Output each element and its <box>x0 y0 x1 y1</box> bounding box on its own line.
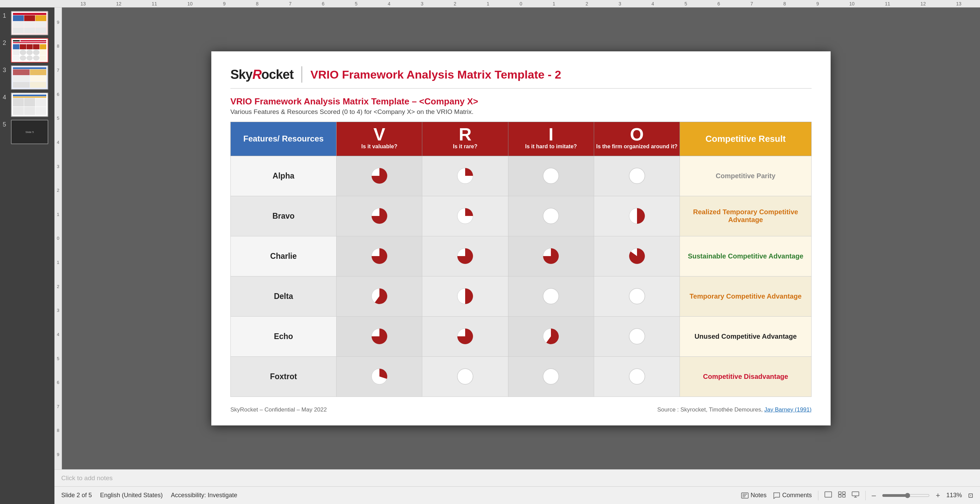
svg-point-14 <box>543 288 559 304</box>
footer-right: Source : Skyrocket, Timothée Demoures, J… <box>657 406 811 413</box>
table-row: Bravo Realized Temporary Competitive Adv… <box>231 196 811 236</box>
svg-point-3 <box>629 168 645 184</box>
r-cell <box>422 196 508 236</box>
v-cell <box>337 357 422 396</box>
v-cell <box>337 156 422 196</box>
svg-point-19 <box>629 328 645 344</box>
ruler-mark: 10 <box>850 1 855 6</box>
r-cell <box>422 357 508 396</box>
th-r: R Is it rare? <box>422 122 508 156</box>
ruler-mark: 9 <box>816 1 819 6</box>
feature-name: Alpha <box>231 156 337 196</box>
slide-subtitle: VRIO Framework Analysis Matrix Template … <box>231 96 811 107</box>
ruler-mark: 10 <box>188 1 193 6</box>
o-cell <box>594 156 679 196</box>
ruler-mark: 7 <box>289 1 292 6</box>
feature-name: Echo <box>231 316 337 357</box>
result-cell: Competitive Parity <box>680 156 811 196</box>
notes-area[interactable]: Click to add notes <box>54 469 980 486</box>
ruler-mark: 13 <box>81 1 86 6</box>
table-row: Echo Unused Competitive Advantage <box>231 316 811 357</box>
ruler-mark: 2 <box>585 1 588 6</box>
thumbnail-5[interactable]: 5 Slide 5 <box>3 120 52 144</box>
th-o: O Is the firm organized around it? <box>594 122 679 156</box>
comments-button[interactable]: Comments <box>773 492 812 499</box>
ruler-mark: 8 <box>783 1 786 6</box>
ruler-mark: 6 <box>322 1 325 6</box>
thumbnail-2[interactable]: 2 <box>3 38 52 63</box>
svg-rect-33 <box>852 492 859 496</box>
ruler-mark: 1 <box>487 1 489 6</box>
view-grid-button[interactable] <box>838 491 846 499</box>
fit-slide-button[interactable]: ⊡ <box>968 492 973 499</box>
footer-link[interactable]: Jay Barney (1991) <box>764 406 811 413</box>
ruler-mark: 12 <box>920 1 926 6</box>
ruler-mark: 5 <box>355 1 358 6</box>
comments-icon <box>773 492 780 499</box>
footer-left: SkyRocket – Confidential – May 2022 <box>231 406 327 413</box>
ruler-mark: 4 <box>388 1 391 6</box>
status-bar: Slide 2 of 5 English (United States) Acc… <box>54 486 980 504</box>
slide-panel: 1 2 <box>0 8 54 504</box>
ruler-mark: 13 <box>956 1 962 6</box>
i-cell <box>508 236 594 276</box>
zoom-level: 113% <box>946 492 962 499</box>
notes-icon <box>741 493 749 499</box>
result-cell: Sustainable Competitive Advantage <box>680 236 811 276</box>
slide-subtitle-block: VRIO Framework Analysis Matrix Template … <box>231 96 811 116</box>
i-cell <box>508 276 594 316</box>
result-cell: Unused Competitive Advantage <box>680 316 811 357</box>
svg-point-6 <box>543 208 559 224</box>
ruler-mark: 6 <box>717 1 720 6</box>
table-row: Foxtrot Competitive Disadvantage <box>231 357 811 396</box>
svg-point-15 <box>629 288 645 304</box>
ruler-mark: 3 <box>421 1 423 6</box>
accessibility-status[interactable]: Accessibility: Investigate <box>171 492 237 499</box>
ruler-mark: 1 <box>553 1 555 6</box>
r-cell <box>422 316 508 357</box>
view-presenter-button[interactable] <box>852 491 859 499</box>
svg-rect-28 <box>825 492 832 497</box>
r-cell <box>422 236 508 276</box>
svg-point-23 <box>629 369 645 384</box>
ruler-mark: 5 <box>684 1 687 6</box>
logo: SkyRocket <box>231 67 293 82</box>
result-cell: Temporary Competitive Advantage <box>680 276 811 316</box>
language: English (United States) <box>100 492 163 499</box>
feature-name: Charlie <box>231 236 337 276</box>
r-cell <box>422 276 508 316</box>
ruler-mark: 11 <box>152 1 157 6</box>
thumbnail-4[interactable]: 4 <box>3 92 52 117</box>
slide-title: VRIO Framework Analysis Matrix Template … <box>310 68 561 81</box>
v-cell <box>337 196 422 236</box>
feature-name: Delta <box>231 276 337 316</box>
slide-count: Slide 2 of 5 <box>61 492 92 499</box>
zoom-in-button[interactable]: + <box>936 491 940 500</box>
view-normal-button[interactable] <box>824 491 832 499</box>
th-features: Features/ Resources <box>231 122 337 156</box>
vrio-table: Features/ Resources V Is it valuable? R … <box>231 122 811 397</box>
o-cell <box>594 196 679 236</box>
ruler-left: 9876543210123456789 <box>54 8 62 469</box>
ruler-mark: 8 <box>256 1 259 6</box>
thumbnail-3[interactable]: 3 <box>3 65 52 90</box>
ruler-mark: 2 <box>453 1 456 6</box>
th-i: I Is it hard to imitate? <box>508 122 594 156</box>
zoom-out-button[interactable]: – <box>872 491 876 500</box>
thumbnail-1[interactable]: 1 <box>3 11 52 35</box>
i-cell <box>508 316 594 357</box>
slide-footer: SkyRocket – Confidential – May 2022 Sour… <box>231 406 811 413</box>
slide-description: Various Features & Resources Scored (0 t… <box>231 108 811 116</box>
table-row: Charlie Sustainable Competitive Advantag… <box>231 236 811 276</box>
o-cell <box>594 357 679 396</box>
result-cell: Competitive Disadvantage <box>680 357 811 396</box>
zoom-slider[interactable] <box>882 493 930 498</box>
v-cell <box>337 316 422 357</box>
i-cell <box>508 196 594 236</box>
ruler-mark: 7 <box>750 1 753 6</box>
ruler-mark: 11 <box>885 1 890 6</box>
slide: SkyRocket VRIO Framework Analysis Matrix… <box>211 51 830 425</box>
th-v: V Is it valuable? <box>337 122 422 156</box>
notes-button[interactable]: Notes <box>741 492 767 499</box>
svg-rect-29 <box>838 492 841 494</box>
